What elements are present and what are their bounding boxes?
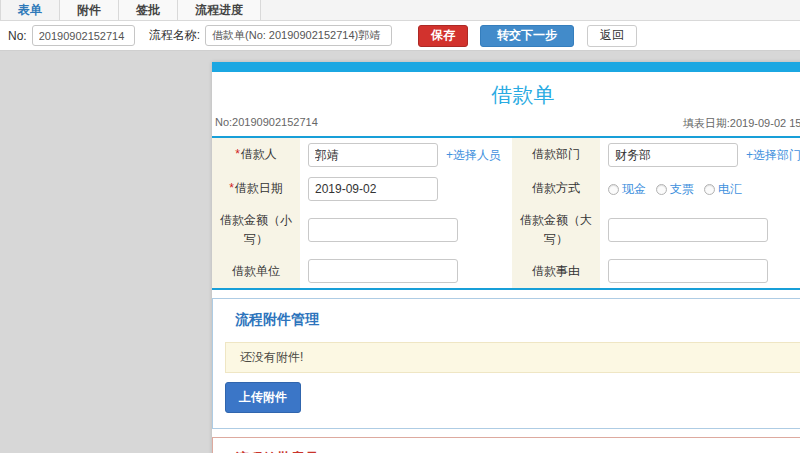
radio-circle-icon[interactable] bbox=[704, 184, 715, 195]
department-field-cell: +选择部门 bbox=[600, 138, 800, 172]
amount-lower-label-text: 借款金额（小写） bbox=[220, 211, 292, 249]
loan-date-label-text: 借款日期 bbox=[235, 179, 283, 198]
form-date-text: 填表日期:2019-09-02 15:27:14 bbox=[683, 116, 800, 131]
amount-lower-input[interactable] bbox=[308, 218, 458, 242]
borrower-input[interactable] bbox=[308, 143, 438, 167]
no-attachment-message: 还没有附件! bbox=[225, 342, 800, 373]
amount-upper-field-cell bbox=[600, 206, 800, 254]
form-panel: 借款单 No:20190902152714 填表日期:2019-09-02 15… bbox=[212, 62, 800, 453]
loan-reason-label-text: 借款事由 bbox=[532, 262, 580, 281]
page-title: 借款单 bbox=[212, 72, 800, 114]
save-button[interactable]: 保存 bbox=[418, 25, 468, 47]
loan-method-label-text: 借款方式 bbox=[532, 179, 580, 198]
back-button[interactable]: 返回 bbox=[587, 25, 637, 47]
loan-unit-field-cell bbox=[300, 254, 512, 288]
no-input[interactable] bbox=[32, 25, 135, 46]
loan-method-radio-group: 现金 支票 电汇 bbox=[608, 181, 742, 198]
panel-top-accent-bar bbox=[212, 62, 800, 72]
department-label-text: 借款部门 bbox=[532, 145, 580, 164]
amount-upper-input[interactable] bbox=[608, 218, 768, 242]
loan-method-field-cell: 现金 支票 电汇 bbox=[600, 172, 800, 206]
amount-lower-label: 借款金额（小写） bbox=[212, 206, 300, 254]
flow-name-label: 流程名称: bbox=[149, 27, 200, 44]
workspace: 借款单 No:20190902152714 填表日期:2019-09-02 15… bbox=[0, 51, 800, 453]
required-mark: * bbox=[229, 179, 234, 198]
command-toolbar: No: 流程名称: 保存 转交下一步 返回 bbox=[0, 21, 800, 51]
loan-date-label: * 借款日期 bbox=[212, 172, 300, 206]
attachment-section: 流程附件管理 还没有附件! 上传附件 bbox=[212, 298, 800, 429]
flow-name-input[interactable] bbox=[205, 25, 392, 46]
department-input[interactable] bbox=[608, 143, 738, 167]
radio-cash[interactable]: 现金 bbox=[608, 181, 646, 198]
select-person-link[interactable]: +选择人员 bbox=[446, 147, 501, 164]
upload-attachment-button[interactable]: 上传附件 bbox=[225, 382, 301, 413]
no-label: No: bbox=[8, 29, 27, 43]
loan-unit-input[interactable] bbox=[308, 259, 458, 283]
borrower-label-text: 借款人 bbox=[241, 145, 277, 164]
radio-check-label: 支票 bbox=[670, 181, 694, 198]
radio-wire-label: 电汇 bbox=[718, 181, 742, 198]
select-department-link[interactable]: +选择部门 bbox=[746, 147, 800, 164]
amount-upper-label: 借款金额（大写） bbox=[512, 206, 600, 254]
loan-date-input[interactable] bbox=[308, 177, 438, 201]
loan-unit-label-text: 借款单位 bbox=[232, 262, 280, 281]
borrower-label: * 借款人 bbox=[212, 138, 300, 172]
loan-method-label: 借款方式 bbox=[512, 172, 600, 206]
loan-form-table: * 借款人 +选择人员 借款部门 +选择部门 * 借款日期 bbox=[212, 136, 800, 290]
amount-upper-label-text: 借款金额（大写） bbox=[520, 211, 592, 249]
tab-form[interactable]: 表单 bbox=[0, 0, 60, 20]
radio-cash-label: 现金 bbox=[622, 181, 646, 198]
approval-section: 流程签批意见 B I abc ✐ ⚭ ⚮ ⚑ bbox=[212, 437, 800, 453]
next-step-button[interactable]: 转交下一步 bbox=[480, 25, 574, 47]
tab-bar: 表单 附件 签批 流程进度 bbox=[0, 0, 800, 21]
loan-form-page: { "tabs": [ { "label": "表单", "active": t… bbox=[0, 0, 800, 453]
loan-date-field-cell bbox=[300, 172, 512, 206]
radio-check[interactable]: 支票 bbox=[656, 181, 694, 198]
radio-circle-icon[interactable] bbox=[608, 184, 619, 195]
loan-reason-field-cell bbox=[600, 254, 800, 288]
tab-progress[interactable]: 流程进度 bbox=[178, 0, 261, 20]
borrower-field-cell: +选择人员 bbox=[300, 138, 512, 172]
radio-circle-icon[interactable] bbox=[656, 184, 667, 195]
attachment-section-title: 流程附件管理 bbox=[235, 311, 800, 329]
amount-lower-field-cell bbox=[300, 206, 512, 254]
department-label: 借款部门 bbox=[512, 138, 600, 172]
required-mark: * bbox=[235, 145, 240, 164]
tab-attachment[interactable]: 附件 bbox=[60, 0, 119, 20]
form-meta-row: No:20190902152714 填表日期:2019-09-02 15:27:… bbox=[212, 114, 800, 136]
tab-approval[interactable]: 签批 bbox=[119, 0, 178, 20]
radio-wire[interactable]: 电汇 bbox=[704, 181, 742, 198]
loan-unit-label: 借款单位 bbox=[212, 254, 300, 288]
form-no-text: No:20190902152714 bbox=[215, 116, 318, 131]
loan-reason-input[interactable] bbox=[608, 259, 768, 283]
loan-reason-label: 借款事由 bbox=[512, 254, 600, 288]
